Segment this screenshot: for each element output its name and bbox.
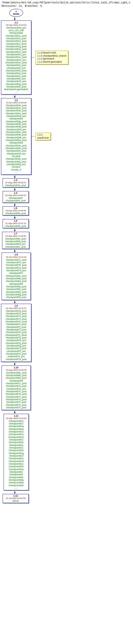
rev-tag: checkpoint57f_post <box>3 347 29 350</box>
rev-tag: eckpoint57e_pre <box>3 355 29 358</box>
root-node[interactable]: 1 MAIN <box>9 9 23 17</box>
rev-1-6[interactable]: 1.621-Sep-2004 19:51:10checkpoint55b_pos… <box>3 219 29 228</box>
rev-tag: checkpoint54c_post <box>3 107 29 109</box>
rev-tag: checkpoint58c_post <box>3 371 29 374</box>
branch-rev: 1.1.2 <box>37 60 43 63</box>
rev-tag: checkpoint54 <box>3 117 29 120</box>
rev-tag: checkpoint59o <box>5 484 27 487</box>
branch-row: 1.2.2 <box>37 133 49 137</box>
branch-row: 1.1.8 branch-nonh <box>37 51 66 55</box>
branch-name: branch-nonh <box>43 51 56 54</box>
rev-tag: checkpoint61d <box>5 460 27 463</box>
rev-1-11[interactable]: 1.1124-Mar-2006 22:34:43checkpoint61sche… <box>4 414 29 490</box>
rev-tag: checkpoint61k <box>5 441 27 444</box>
rev-tag: checkpoint57j_post <box>3 326 29 328</box>
rev-date: 21-Jul-2009 20:01:55 <box>4 497 27 499</box>
rev-number: 1.7 <box>3 232 28 235</box>
branch-name: checkpoint51n_branch <box>43 55 67 57</box>
rev-tag: checkpoint54b_post <box>3 109 29 112</box>
rev-tag: checkpoint57u_post <box>3 398 29 401</box>
rev-tag: checkpoint61o <box>5 430 27 433</box>
rev-tag: checkpoint51q_post <box>3 45 29 48</box>
rev-tag: checkpoint55i_post <box>3 288 29 290</box>
rev-tag: checkpoint59r <box>5 476 27 479</box>
rev-tag: checkpoint59p <box>5 481 27 484</box>
rev-tag: checkpoint55f_post <box>3 296 29 299</box>
rev-tag: checkpoint52 <box>3 32 29 34</box>
rev-tag: checkpoint52l_pre <box>3 152 29 155</box>
rev-tag: checkpoint52k_post <box>3 158 29 160</box>
rev-1-7[interactable]: 1.722-Sep-2004 17:50:52checkpoint55e_pos… <box>2 232 29 249</box>
rev-tag: checkpoint53 <box>3 141 29 144</box>
rev-tag: checkpoint51o_post <box>3 51 29 53</box>
rev-number: 1.5 <box>4 207 27 209</box>
rev-1-4[interactable]: 1.402-Sep-2004 14:09:19checkpoint55check… <box>3 191 29 203</box>
rev-1-5[interactable]: 1.518-Sep-2004 16:09:44checkpoint55a_pos… <box>3 206 29 215</box>
rev-number: 1.6 <box>4 220 27 222</box>
rev-tag: checkpoint61n <box>5 433 27 436</box>
rev-tag: checkpoint54f_post <box>4 199 27 202</box>
rev-tag: checkpoint57k_post <box>3 331 29 334</box>
branch-row: 1.1.6 checkpoint51n_branch <box>37 55 66 58</box>
rev-tag: checkpoint55j_post <box>3 285 29 288</box>
rev-tag: checkpoint51i_post <box>3 75 29 77</box>
rev-tag: checkpoint61h <box>5 449 27 452</box>
rev-number: 1.3 <box>4 179 27 181</box>
rev-tag: checkpoint51h_pre <box>3 80 29 83</box>
rev-tag: checkpoint57y_pre <box>3 388 29 390</box>
branch-rev: 1.1.6 <box>37 55 43 57</box>
rev-tag: checkpoint56c_post <box>3 275 29 277</box>
rev-tag: branchpoint-genmake2 <box>3 88 29 91</box>
branch-rev: 1.2.2 <box>37 133 42 136</box>
rev-tag: checkpoint53a_post <box>3 139 29 141</box>
branch-row: 1.1.2 branch-genmake2 <box>37 60 66 64</box>
rev-tag: checkpoint58 <box>3 379 29 382</box>
rev-1-2[interactable]: 1.213-Nov-2003 22:03:39checkpoint54d_pos… <box>1 98 31 175</box>
rev-1-8[interactable]: 1.809-Oct-2004 19:12:35checkpoint57c_pos… <box>2 253 31 300</box>
rev-date: 24-Mar-2006 22:34:43 <box>5 417 27 419</box>
rev-tag: hrcube5 <box>3 155 29 158</box>
rev-tag: checkpoint51p_post <box>3 48 29 50</box>
rev-1-10[interactable]: 1.1023-Aug-2005 22:00:49checkpoint58c_po… <box>2 365 31 410</box>
rev-tag: checkpoint57a_pre <box>3 269 29 272</box>
rev-date: 02-Sep-2004 14:09:19 <box>4 194 27 196</box>
root-rev: 1 <box>13 10 19 13</box>
rev-tag: checkpoint57b_post <box>3 264 29 266</box>
rev-1-1[interactable]: 1.129-Sep-2003 16:15:24checkpoint52a_pre… <box>1 21 31 94</box>
rev-number: 1.9 <box>3 304 29 307</box>
rev-tag: checkpoint57h_post <box>3 336 29 339</box>
rev-number: 1.4 <box>4 192 27 194</box>
rev-tag: checkpoint57a_post <box>3 267 29 269</box>
rev-tag: checkpoint57 <box>3 272 29 274</box>
annotation-branches-1-1: 1.1.8 branch-nonh1.1.6 checkpoint51n_bra… <box>35 51 68 64</box>
rev-tag: checkpoint57g_pre <box>3 344 29 347</box>
rev-tag: checkpoint58a_post <box>3 377 29 379</box>
rev-tag: checkpoint61 <box>5 471 27 473</box>
rev-1-12[interactable]: 1.1221-Jul-2009 20:01:55HEAD <box>3 494 29 503</box>
rev-tag: checkpoint51m_post <box>3 61 29 64</box>
rev-tag: checkpoint51g_post <box>3 83 29 85</box>
rev-tag: checkpoint55g_post <box>3 293 29 296</box>
rev-tag: checkpoint52a_pre <box>3 26 29 29</box>
rev-tag: checkpoint57e_post <box>3 352 29 355</box>
rev-tag: checkpoint51k_post <box>3 69 29 72</box>
rev-date: 21-Sep-2004 19:51:10 <box>4 222 27 225</box>
rev-tag: checkpoint60 <box>5 473 27 476</box>
rev-1-3[interactable]: 1.307-Aug-2004 02:09:24checkpoint54e_pos… <box>3 178 29 187</box>
file-path: /home/ubuntu/mnt/e9_copy/MITgcm/tools/bu… <box>2 1 132 4</box>
rev-tag: checkpoint51l_post <box>3 64 29 66</box>
rev-date: 18-Sep-2004 16:09:44 <box>4 209 27 212</box>
rev-1-9[interactable]: 1.901-Feb-2005 16:12:57checkpoint57q_pos… <box>1 304 31 362</box>
branch-name: netcdf-sm0 <box>37 137 49 139</box>
rev-tag: checkpoint61c <box>5 463 27 465</box>
ellipsis: ... <box>5 487 27 489</box>
rev-number: 1.1 <box>3 21 29 24</box>
rev-tag: checkpoint53f_post <box>3 123 29 125</box>
rev-tag: checkpoint57n_post <box>3 318 29 320</box>
rev-tag: checkpoint57d_post <box>3 358 29 361</box>
rev-tag: checkpoint61j <box>5 444 27 446</box>
rev-number: 1.8 <box>3 253 29 256</box>
rev-tag: checkpoint55d_pre <box>3 243 28 245</box>
rev-tag: checkpoint58b_post <box>3 374 29 377</box>
annotation-branches-1-2: 1.2.2 netcdf-sm0 <box>35 133 51 140</box>
